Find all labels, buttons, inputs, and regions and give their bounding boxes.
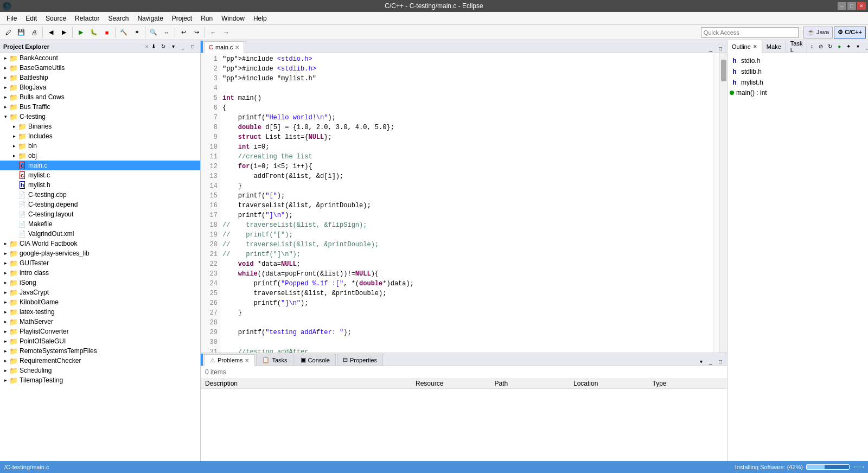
editor-tab-mainc[interactable]: C main.c ✕	[204, 41, 244, 53]
toolbar-prev-button[interactable]: ←	[207, 27, 219, 39]
code-line-11[interactable]: //creating the list	[222, 152, 711, 162]
editor-vscroll[interactable]	[719, 53, 727, 353]
code-line-22[interactable]: void *data=NULL;	[222, 259, 711, 269]
minimize-button[interactable]: –	[838, 2, 846, 10]
code-line-29[interactable]: printf("testing addAfter: ");	[222, 328, 711, 337]
bottom-maximize-button[interactable]: □	[716, 357, 725, 366]
expand-icon[interactable]: ▸	[2, 75, 9, 80]
tree-item-blogjava[interactable]: ▸ 📁 BlogJava	[0, 82, 200, 92]
code-line-26[interactable]: printf("]\n");	[222, 298, 711, 308]
expand-icon[interactable]: ▸	[2, 251, 9, 256]
toolbar-build-button[interactable]: 🔨	[118, 27, 130, 39]
tree-item-mylistc[interactable]: c mylist.c	[0, 170, 200, 180]
col-path[interactable]: Path	[490, 379, 570, 389]
tree-item-battleship[interactable]: ▸ 📁 Battleship	[0, 73, 200, 82]
toolbar-print-button[interactable]: 🖨	[28, 27, 40, 39]
menu-navigate[interactable]: Navigate	[133, 14, 167, 23]
menu-window[interactable]: Window	[217, 14, 249, 23]
menu-search[interactable]: Search	[104, 14, 133, 23]
code-line-24[interactable]: printf("Popped %.1f :[", *(double*)data)…	[222, 279, 711, 289]
tree-item-mylisth[interactable]: h mylist.h	[0, 180, 200, 190]
code-line-7[interactable]: printf("Hello world!\n");	[222, 113, 711, 123]
tree-item-ctesting[interactable]: ▾ 📁 C-testing	[0, 112, 200, 122]
expand-icon[interactable]: ▸	[2, 280, 9, 285]
tree-item-binaries[interactable]: ▸ 📁 Binaries	[0, 122, 200, 131]
tree-item-tilemap[interactable]: ▸ 📁 TilemapTesting	[0, 375, 200, 385]
code-line-4[interactable]	[222, 84, 711, 93]
outline-item-stdlibh[interactable]: h stdlib.h	[730, 66, 866, 77]
code-line-18[interactable]: // traverseList(&list, &flipSign);	[222, 220, 711, 230]
menu-file[interactable]: File	[2, 14, 21, 23]
outline-minimize-button[interactable]: _	[863, 42, 868, 51]
toolbar-debug-button[interactable]: 🐛	[88, 27, 100, 39]
expand-icon[interactable]: ▸	[2, 104, 9, 110]
bottom-tab-problems[interactable]: ⚠ Problems ✕	[204, 354, 255, 366]
tree-item-bustraffic[interactable]: ▸ 📁 Bus Traffic	[0, 102, 200, 112]
tree-item-valgrind[interactable]: 📄 ValgrindOut.xml	[0, 229, 200, 239]
tree-item-includes[interactable]: ▸ 📁 Includes	[0, 131, 200, 141]
toolbar-redo-button[interactable]: ↪	[190, 27, 202, 39]
outline-item-stdioh[interactable]: h stdio.h	[730, 55, 866, 66]
tree-item-guitester[interactable]: ▸ 📁 GUITester	[0, 258, 200, 268]
expand-icon[interactable]: ▸	[2, 378, 9, 383]
tree-item-obj[interactable]: ▸ 📁 obj	[0, 151, 200, 161]
outline-tab-close[interactable]: ✕	[753, 44, 757, 49]
expand-icon[interactable]: ▾	[2, 114, 9, 119]
expand-icon[interactable]: ▸	[2, 338, 9, 344]
bottom-minimize-button[interactable]: _	[706, 357, 715, 366]
code-line-23[interactable]: while((data=popFront(&list))!=NULL){	[222, 269, 711, 279]
tree-item-requirement[interactable]: ▸ 📁 RequirementChecker	[0, 356, 200, 366]
problems-tab-close[interactable]: ✕	[245, 357, 249, 363]
expand-icon[interactable]: ▸	[2, 65, 9, 71]
toolbar-undo-button[interactable]: ↩	[177, 27, 189, 39]
code-line-31[interactable]: //testing addAfter	[222, 347, 711, 353]
toolbar-stop-button[interactable]: ■	[101, 27, 113, 39]
expand-icon[interactable]: ▸	[2, 290, 9, 295]
toolbar-run-button[interactable]: ▶	[75, 27, 87, 39]
menu-run[interactable]: Run	[196, 14, 217, 23]
expand-icon[interactable]: ▸	[2, 368, 9, 373]
tree-item-mainc[interactable]: c main.c	[0, 161, 200, 170]
menu-refactor[interactable]: Refactor	[71, 14, 104, 23]
code-line-9[interactable]: struct List list={NULL};	[222, 132, 711, 142]
java-perspective-button[interactable]: ☕ Java	[803, 27, 833, 39]
tree-item-playlist[interactable]: ▸ 📁 PlaylistConverter	[0, 327, 200, 336]
editor-minimize-button[interactable]: _	[706, 44, 715, 53]
code-line-27[interactable]: }	[222, 308, 711, 318]
outline-filter-button[interactable]: ⊘	[816, 42, 825, 51]
tree-item-isong[interactable]: ▸ 📁 iSong	[0, 278, 200, 287]
toolbar-clean-button[interactable]: ✦	[131, 27, 143, 39]
bottom-tab-properties[interactable]: ⊟ Properties	[337, 354, 383, 366]
code-line-19[interactable]: // printf("[");	[222, 230, 711, 240]
code-line-1[interactable]: "pp">#include <stdio.h>	[222, 54, 711, 64]
toolbar-next-button[interactable]: →	[220, 27, 232, 39]
menu-source[interactable]: Source	[41, 14, 71, 23]
quick-access-input[interactable]	[701, 27, 799, 38]
tree-item-pointofsale[interactable]: ▸ 📁 PointOfSaleGUI	[0, 336, 200, 346]
code-line-15[interactable]: printf("[");	[222, 191, 711, 201]
tree-item-kilobolt[interactable]: ▸ 📁 KiloboltGame	[0, 297, 200, 307]
col-location[interactable]: Location	[569, 379, 648, 389]
expand-icon[interactable]: ▸	[2, 55, 9, 61]
toolbar-refactor-button[interactable]: ↔	[161, 27, 173, 39]
outline-tab[interactable]: Outline ✕	[727, 40, 762, 53]
taskl-tab[interactable]: Task L	[786, 40, 808, 53]
toolbar-search-button[interactable]: 🔍	[148, 27, 159, 39]
vscroll-thumb[interactable]	[721, 60, 726, 81]
code-line-5[interactable]: int main()	[222, 93, 711, 103]
expand-icon[interactable]: ▸	[11, 124, 17, 129]
tree-item-bin[interactable]: ▸ 📁 bin	[0, 141, 200, 151]
tree-item-cia[interactable]: ▸ 📁 CIA World Factbook	[0, 239, 200, 248]
expand-icon[interactable]: ▸	[2, 260, 9, 266]
expand-icon[interactable]: ▸	[2, 348, 9, 354]
tree-item-ctestingcbp[interactable]: 📄 C-testing.cbp	[0, 190, 200, 200]
tab-close-button[interactable]: ✕	[235, 44, 239, 50]
tree-item-basegame[interactable]: ▸ 📁 BaseGameUtils	[0, 63, 200, 73]
tree-item-ctestingdepend[interactable]: 📄 C-testing.depend	[0, 200, 200, 209]
toolbar-forward-button[interactable]: ▶	[58, 27, 70, 39]
outline-green-button[interactable]: ●	[835, 42, 844, 51]
code-line-12[interactable]: for(i=0; i<5; i++){	[222, 162, 711, 171]
outline-sort-button[interactable]: ↕	[807, 42, 816, 51]
tree-item-intro[interactable]: ▸ 📁 intro class	[0, 268, 200, 278]
outline-item-mylisth[interactable]: h mylist.h	[730, 77, 866, 88]
